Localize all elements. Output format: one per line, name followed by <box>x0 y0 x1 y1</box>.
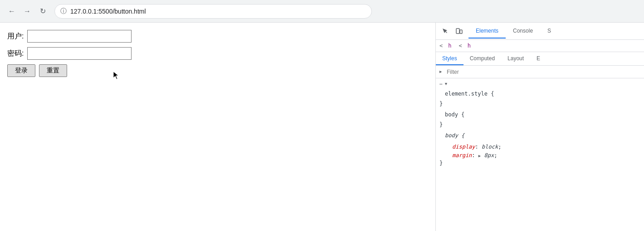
element-style-rule: element.style { <box>436 88 644 101</box>
devtools-main-tabs: Elements Console S <box>468 24 640 38</box>
breadcrumb-lt: < <box>436 40 446 52</box>
username-label: 用户: <box>7 32 25 41</box>
devtools-sub-toolbar: Styles Computed Layout E <box>436 52 644 66</box>
devtools-toolbar: Elements Console S <box>436 23 644 40</box>
body-rule-2-closing: } <box>436 160 644 166</box>
cursor-icon <box>442 28 449 35</box>
element-picker-button[interactable] <box>439 25 451 37</box>
display-property: display: block; <box>436 143 644 151</box>
element-style-selector: element.style { <box>445 91 494 97</box>
password-input[interactable] <box>27 47 132 60</box>
tab-sources[interactable]: S <box>540 24 558 38</box>
page-content: 用户: 密码: 登录 重置 <box>0 23 435 231</box>
sub-tab-styles[interactable]: Styles <box>436 52 463 65</box>
body-rule-1: body { <box>436 109 644 121</box>
dots-row: ⋯ ▼ <box>436 80 644 88</box>
reload-button[interactable]: ↻ <box>36 5 49 18</box>
password-label: 密码: <box>7 49 25 58</box>
sub-tab-layout[interactable]: Layout <box>501 52 530 65</box>
element-style-closing: } <box>436 101 644 107</box>
prop-semicolon-2: ; <box>494 152 497 159</box>
device-icon <box>455 28 463 35</box>
expand-arrow-icon: ▼ <box>445 82 447 87</box>
filter-input[interactable] <box>447 67 640 77</box>
prop-semicolon-1: ; <box>498 144 501 150</box>
prop-name-margin: margin <box>452 152 472 159</box>
prop-colon-2: : <box>472 152 478 159</box>
margin-property: margin: ▶ 8px; <box>436 151 644 160</box>
login-button[interactable]: 登录 <box>7 64 35 77</box>
prop-value-margin: 8px <box>481 152 494 159</box>
breadcrumb-tag2: h <box>466 40 473 52</box>
svg-rect-2 <box>460 30 462 34</box>
username-group: 用户: <box>7 30 428 43</box>
browser-chrome: ← → ↻ ⓘ 127.0.0.1:5500/button.html <box>0 0 644 23</box>
breadcrumb-lt2: < <box>455 40 465 52</box>
svg-rect-1 <box>456 29 459 34</box>
nav-buttons: ← → ↻ <box>5 5 49 18</box>
reset-button[interactable]: 重置 <box>39 64 67 77</box>
devtools-panel: Elements Console S < h < h Styles Comput… <box>435 23 644 231</box>
info-icon: ⓘ <box>60 7 67 15</box>
body-rule-1-block: body { } <box>436 109 644 128</box>
body-rule-2-block: body { display: block; margin: ▶ 8px; } <box>436 130 644 166</box>
tab-console[interactable]: Console <box>506 24 540 38</box>
address-bar[interactable]: ⓘ 127.0.0.1:5500/button.html <box>54 4 372 19</box>
forward-button[interactable]: → <box>21 5 34 18</box>
prop-name-display: display <box>452 144 475 150</box>
prop-colon-1: : <box>475 144 482 150</box>
tab-elements[interactable]: Elements <box>468 24 506 38</box>
device-toolbar-button[interactable] <box>453 25 465 37</box>
three-dots: ⋯ <box>439 81 443 87</box>
username-input[interactable] <box>27 30 132 43</box>
styles-content: ⋯ ▼ element.style { } body { } body <box>436 78 644 231</box>
prop-value-display: block <box>482 144 498 150</box>
sub-tab-computed[interactable]: Computed <box>463 52 501 65</box>
sub-tab-extra[interactable]: E <box>530 52 546 65</box>
body-rule-1-closing: } <box>436 121 644 128</box>
body-selector-2: body { <box>445 132 464 139</box>
password-group: 密码: <box>7 47 428 60</box>
breadcrumb-tag: h <box>446 40 453 52</box>
element-style-block: element.style { } <box>436 88 644 107</box>
address-text: 127.0.0.1:5500/button.html <box>70 8 146 15</box>
expand-triangle-icon: ▶ <box>439 69 444 74</box>
body-selector-1: body { <box>445 111 464 118</box>
body-rule-2: body { <box>436 130 644 142</box>
back-button[interactable]: ← <box>5 5 18 18</box>
filter-row: ▶ <box>436 66 644 78</box>
button-group: 登录 重置 <box>7 64 428 77</box>
main-area: 用户: 密码: 登录 重置 <box>0 23 644 231</box>
devtools-sub-tabs: < h < h <box>436 40 644 52</box>
